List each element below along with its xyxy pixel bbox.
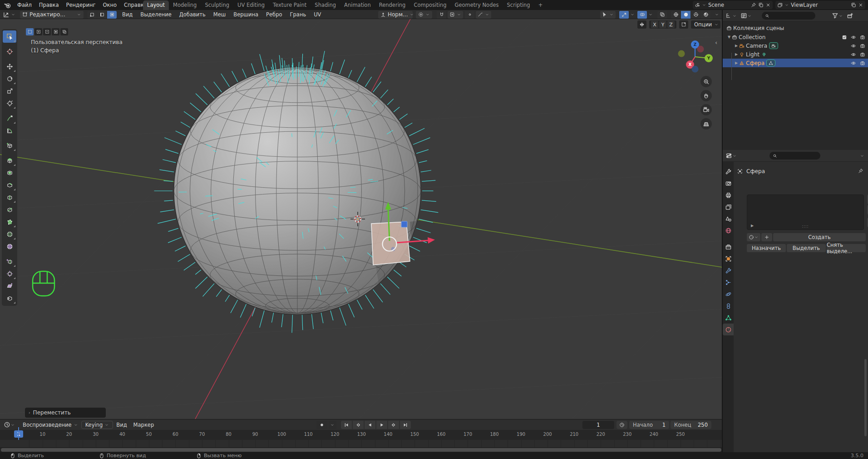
- select-extend-button[interactable]: [35, 28, 42, 35]
- chevron-down-icon[interactable]: [630, 12, 635, 17]
- viewport-menu-грань[interactable]: Грань: [287, 11, 310, 18]
- mesh-data-icon[interactable]: [766, 60, 775, 66]
- tool-poly-build[interactable]: [3, 216, 16, 228]
- tool-rip-region[interactable]: [3, 292, 16, 304]
- gizmos-toggle-button[interactable]: [619, 11, 629, 19]
- outliner-row-camera[interactable]: ▶ Camera: [723, 41, 868, 50]
- transform-orientation-dropdown[interactable]: Норм...: [378, 11, 413, 18]
- new-scene-icon[interactable]: [758, 2, 764, 8]
- properties-search-input[interactable]: [769, 152, 820, 160]
- tool-smooth[interactable]: [3, 240, 16, 253]
- viewport-menu-вершина[interactable]: Вершина: [230, 11, 261, 18]
- topbar-menu-0[interactable]: Файл: [14, 2, 35, 8]
- next-keyframe-button[interactable]: [388, 421, 399, 429]
- browse-material-button[interactable]: [747, 233, 760, 241]
- new-viewlayer-icon[interactable]: [851, 2, 856, 8]
- workspace-add-button[interactable]: +: [534, 0, 547, 10]
- outliner-display-mode-icon[interactable]: [740, 12, 747, 19]
- falloff-curve-icon[interactable]: [478, 12, 483, 17]
- properties-tab-world[interactable]: [723, 225, 734, 236]
- collection-name[interactable]: Collection: [737, 34, 767, 40]
- gizmo-axis-negative-ball[interactable]: [678, 50, 685, 57]
- mirror-axis-z-button[interactable]: Z: [667, 21, 675, 28]
- tool-scale[interactable]: [3, 85, 16, 97]
- shading-rendered-button[interactable]: [701, 11, 710, 19]
- operator-panel[interactable]: › Переместить: [25, 408, 106, 418]
- properties-tab-render[interactable]: [723, 177, 734, 189]
- viewport-menu-добавить[interactable]: Добавить: [176, 11, 209, 18]
- outliner-row-scene-collection[interactable]: Коллекция сцены: [723, 24, 868, 32]
- frame-start-field[interactable]: Начало 1: [629, 421, 669, 429]
- options-dropdown[interactable]: Опции: [691, 20, 720, 29]
- workspace-tab[interactable]: Compositing: [409, 0, 450, 10]
- workspace-tab[interactable]: Scripting: [503, 0, 534, 10]
- editor-timeline-icon[interactable]: [4, 421, 10, 428]
- nav-grid-icon[interactable]: [700, 118, 712, 130]
- properties-scrollbar[interactable]: [864, 359, 867, 436]
- outliner-row-light[interactable]: ▶ Light: [723, 50, 868, 59]
- workspace-tab[interactable]: Texture Paint: [269, 0, 311, 10]
- outliner-filter-mode-icon[interactable]: [725, 12, 732, 19]
- tool-transform[interactable]: [3, 97, 16, 110]
- tool-cursor[interactable]: [3, 45, 16, 58]
- pivot-point-dropdown[interactable]: [416, 11, 432, 18]
- disable-render-icon[interactable]: [860, 52, 865, 57]
- proportional-edit-button[interactable]: [465, 11, 474, 19]
- jump-to-end-button[interactable]: [400, 421, 411, 429]
- shading-solid-button[interactable]: [681, 11, 690, 19]
- nav-zoom-icon[interactable]: [700, 76, 712, 87]
- hide-viewport-icon[interactable]: [851, 43, 856, 49]
- select-subtract-button[interactable]: [43, 28, 51, 35]
- topbar-menu-3[interactable]: Окно: [99, 2, 120, 8]
- properties-tab-output[interactable]: [723, 189, 734, 201]
- properties-tab-particles[interactable]: [723, 276, 734, 288]
- chevron-down-icon[interactable]: [860, 154, 864, 158]
- pin-icon[interactable]: [751, 2, 756, 8]
- workspace-tab[interactable]: Modeling: [169, 0, 201, 10]
- select-button[interactable]: Выделить: [787, 244, 826, 252]
- shading-dropdown[interactable]: [715, 11, 719, 18]
- frame-end-field[interactable]: Конец 250: [671, 421, 711, 429]
- tool-inset-faces[interactable]: [3, 167, 16, 179]
- outliner-filter-icon[interactable]: [832, 12, 838, 19]
- scene-browse-icon[interactable]: [695, 2, 700, 8]
- use-preview-range-button[interactable]: [616, 421, 627, 429]
- new-collection-icon[interactable]: [847, 12, 853, 19]
- vertex-select-button[interactable]: [87, 11, 97, 19]
- playback-menu[interactable]: Воспроизведение: [20, 422, 81, 428]
- properties-tab-constraints[interactable]: [723, 300, 734, 312]
- workspace-tab[interactable]: Layout: [143, 0, 169, 10]
- editor-type-button[interactable]: [3, 11, 15, 18]
- sphere-name[interactable]: Сфера: [745, 60, 766, 66]
- mirror-dropdown[interactable]: [637, 20, 646, 29]
- create-material-button[interactable]: Создать: [773, 233, 866, 241]
- tool-annotate[interactable]: [3, 112, 16, 125]
- properties-tab-object[interactable]: [723, 253, 734, 264]
- topbar-menu-2[interactable]: Рендеринг: [63, 2, 99, 8]
- hide-viewport-icon[interactable]: [851, 60, 856, 66]
- outliner-row-sphere[interactable]: ▶ Сфера: [723, 59, 868, 67]
- viewport-3d[interactable]: Пользовательская перспектива (1) Сфера Z…: [0, 18, 722, 419]
- viewport-menu-uv[interactable]: UV: [311, 11, 324, 18]
- tool-spin[interactable]: [3, 228, 16, 240]
- properties-tab-material[interactable]: [723, 324, 734, 335]
- marker-menu[interactable]: Маркер: [130, 422, 158, 428]
- light-data-icon[interactable]: [761, 52, 767, 57]
- tool-loop-cut[interactable]: [3, 191, 16, 204]
- topbar-menu-1[interactable]: Правка: [35, 2, 63, 8]
- deselect-button[interactable]: Снять выделе...: [827, 244, 866, 252]
- properties-tab-viewlayer[interactable]: [723, 201, 734, 213]
- tool-knife[interactable]: [3, 204, 16, 216]
- hide-viewport-icon[interactable]: [851, 35, 856, 40]
- mode-dropdown[interactable]: Редактиро...: [20, 11, 84, 18]
- workspace-tab[interactable]: Shading: [311, 0, 340, 10]
- properties-tab-data[interactable]: [723, 312, 734, 324]
- disable-render-icon[interactable]: [860, 43, 865, 49]
- expander-icon[interactable]: ▶: [734, 61, 739, 65]
- timeline-track[interactable]: [0, 440, 722, 447]
- properties-tab-tool[interactable]: [723, 165, 734, 177]
- view-menu[interactable]: Вид: [113, 422, 130, 428]
- pin-icon[interactable]: [858, 168, 863, 174]
- play-button[interactable]: [376, 421, 387, 429]
- scrollbar-thumb[interactable]: [1, 448, 721, 452]
